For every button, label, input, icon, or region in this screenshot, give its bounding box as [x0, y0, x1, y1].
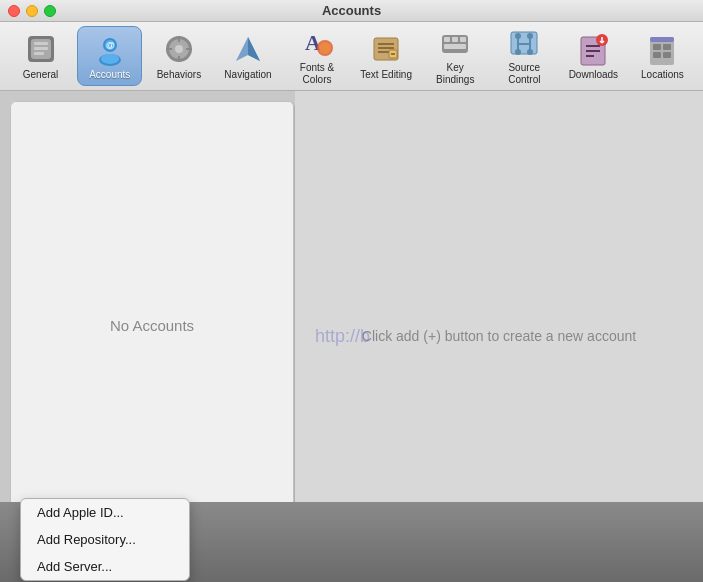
no-accounts-label: No Accounts: [110, 317, 194, 334]
toolbar-item-source-control[interactable]: Source Control: [492, 26, 557, 86]
window-title: Accounts: [322, 3, 381, 18]
toolbar-downloads-label: Downloads: [569, 69, 618, 81]
window-controls[interactable]: [8, 5, 56, 17]
add-apple-id-item[interactable]: Add Apple ID...: [21, 499, 189, 526]
toolbar-item-fonts-colors[interactable]: A Fonts & Colors: [285, 26, 350, 86]
close-button[interactable]: [8, 5, 20, 17]
title-bar: Accounts: [0, 0, 703, 22]
add-server-item[interactable]: Add Server...: [21, 553, 189, 580]
toolbar-accounts-label: Accounts: [89, 69, 130, 81]
text-editing-icon: [368, 31, 404, 67]
svg-rect-4: [34, 52, 44, 55]
svg-rect-32: [460, 37, 466, 42]
toolbar-navigation-label: Navigation: [224, 69, 271, 81]
svg-point-40: [515, 49, 521, 55]
toolbar-fonts-colors-label: Fonts & Colors: [289, 62, 346, 86]
toolbar-item-accounts[interactable]: @ Accounts: [77, 26, 142, 86]
general-icon: [23, 31, 59, 67]
key-bindings-icon: [437, 26, 473, 60]
toolbar-item-behaviors[interactable]: Behaviors: [146, 26, 211, 86]
svg-text:@: @: [106, 40, 115, 50]
svg-rect-31: [452, 37, 458, 42]
fonts-colors-icon: A: [299, 26, 335, 60]
accounts-icon: @: [92, 31, 128, 67]
svg-rect-55: [653, 52, 661, 58]
svg-point-42: [527, 49, 533, 55]
toolbar-item-general[interactable]: General: [8, 26, 73, 86]
toolbar-behaviors-label: Behaviors: [157, 69, 201, 81]
downloads-icon: [575, 31, 611, 67]
svg-point-39: [515, 33, 521, 39]
svg-rect-33: [444, 44, 466, 49]
toolbar: General @ Accounts: [0, 22, 703, 91]
create-account-hint: Click add (+) button to create a new acc…: [342, 308, 656, 364]
toolbar-text-editing-label: Text Editing: [360, 69, 412, 81]
svg-rect-3: [34, 47, 48, 50]
dropdown-menu: Add Apple ID... Add Repository... Add Se…: [20, 498, 190, 581]
toolbar-source-control-label: Source Control: [496, 62, 553, 86]
svg-rect-56: [663, 52, 671, 58]
url-hint: http://b: [315, 326, 370, 347]
source-control-icon: [506, 26, 542, 60]
maximize-button[interactable]: [44, 5, 56, 17]
accounts-list: No Accounts: [10, 101, 294, 549]
svg-point-41: [527, 33, 533, 39]
toolbar-key-bindings-label: Key Bindings: [427, 62, 484, 86]
minimize-button[interactable]: [26, 5, 38, 17]
behaviors-icon: [161, 31, 197, 67]
svg-marker-18: [248, 37, 260, 61]
navigation-icon: [230, 31, 266, 67]
svg-point-8: [101, 54, 119, 64]
toolbar-item-text-editing[interactable]: Text Editing: [354, 26, 419, 86]
toolbar-locations-label: Locations: [641, 69, 684, 81]
toolbar-general-label: General: [23, 69, 59, 81]
svg-rect-30: [444, 37, 450, 42]
toolbar-item-locations[interactable]: Locations: [630, 26, 695, 86]
add-repository-item[interactable]: Add Repository...: [21, 526, 189, 553]
svg-rect-57: [650, 37, 674, 42]
svg-point-21: [319, 42, 331, 54]
toolbar-item-key-bindings[interactable]: Key Bindings: [423, 26, 488, 86]
svg-point-12: [175, 45, 183, 53]
svg-rect-54: [663, 44, 671, 50]
locations-icon: [644, 31, 680, 67]
svg-rect-53: [653, 44, 661, 50]
toolbar-item-downloads[interactable]: Downloads: [561, 26, 626, 86]
toolbar-item-navigation[interactable]: Navigation: [215, 26, 280, 86]
svg-rect-2: [34, 42, 48, 45]
